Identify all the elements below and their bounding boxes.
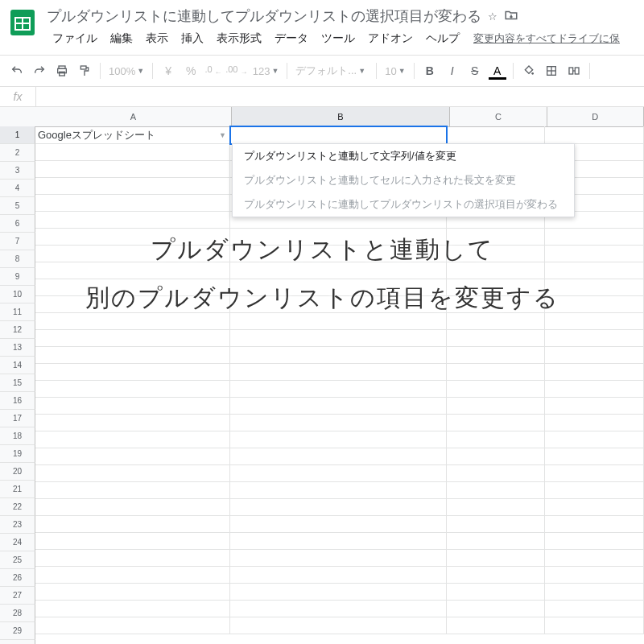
cell-B11[interactable] <box>230 295 447 313</box>
cell-C12[interactable] <box>447 312 546 330</box>
cell-A6[interactable] <box>35 211 230 229</box>
cell-A7[interactable] <box>35 228 230 246</box>
star-icon[interactable]: ☆ <box>488 10 497 23</box>
row-header-17[interactable]: 17 <box>0 410 35 427</box>
cell-A12[interactable] <box>35 312 230 330</box>
cell-C20[interactable] <box>447 448 546 465</box>
cell-B8[interactable] <box>230 245 447 262</box>
row-header-16[interactable]: 16 <box>0 392 35 410</box>
cell-A16[interactable] <box>35 380 230 398</box>
menu-insert[interactable]: 挿入 <box>175 29 209 48</box>
row-header-9[interactable]: 9 <box>0 268 35 286</box>
cell-A27[interactable] <box>35 566 230 584</box>
font-select[interactable]: デフォルト...▼ <box>292 60 371 81</box>
document-title[interactable]: プルダウンリストに連動してプルダウンリストの選択項目が変わる <box>47 6 481 26</box>
row-header-26[interactable]: 26 <box>0 569 35 587</box>
cell-A11[interactable] <box>35 295 230 313</box>
row-header-24[interactable]: 24 <box>0 534 35 551</box>
cell-D9[interactable] <box>545 262 644 279</box>
cell-A24[interactable] <box>35 515 230 533</box>
cell-D24[interactable] <box>545 515 644 533</box>
row-header-6[interactable]: 6 <box>0 215 35 233</box>
cell-B18[interactable] <box>230 414 447 431</box>
cell-C1[interactable] <box>447 126 546 144</box>
cell-D8[interactable] <box>545 245 644 262</box>
cell-A20[interactable] <box>35 448 230 465</box>
cell-A2[interactable] <box>35 143 230 161</box>
row-header-14[interactable]: 14 <box>0 357 35 374</box>
cell-A9[interactable] <box>35 262 230 279</box>
cell-D15[interactable] <box>545 363 644 381</box>
cell-D12[interactable] <box>545 312 644 330</box>
cell-D25[interactable] <box>545 532 644 550</box>
cell-D28[interactable] <box>545 583 644 601</box>
cell-B7[interactable] <box>230 228 447 246</box>
cell-D26[interactable] <box>545 549 644 567</box>
cell-C25[interactable] <box>447 532 546 550</box>
cell-D1[interactable] <box>545 126 644 144</box>
undo-button[interactable] <box>6 60 27 81</box>
cell-A8[interactable] <box>35 245 230 262</box>
strikethrough-button[interactable]: S <box>464 60 485 81</box>
cell-A22[interactable] <box>35 481 230 499</box>
cell-C11[interactable] <box>447 295 546 313</box>
cell-B25[interactable] <box>230 532 447 550</box>
row-header-25[interactable]: 25 <box>0 551 35 569</box>
save-status[interactable]: 変更内容をすべてドライブに保 <box>473 31 620 46</box>
cell-A21[interactable] <box>35 464 230 482</box>
cell-D30[interactable] <box>545 617 644 634</box>
cell-D17[interactable] <box>545 397 644 415</box>
column-header-B[interactable]: B <box>232 107 451 127</box>
row-header-29[interactable]: 29 <box>0 622 35 640</box>
cell-A19[interactable] <box>35 431 230 448</box>
cell-A13[interactable] <box>35 329 230 347</box>
merge-cells-button[interactable] <box>564 60 584 81</box>
cell-B23[interactable] <box>230 498 447 516</box>
cell-C17[interactable] <box>447 397 546 415</box>
cell-C23[interactable] <box>447 498 546 516</box>
cell-A1[interactable]: Googleスプレッドシート▼ <box>35 126 230 144</box>
cell-B15[interactable] <box>230 363 447 381</box>
cell-B30[interactable] <box>230 617 447 634</box>
row-header-23[interactable]: 23 <box>0 516 35 534</box>
cell-B14[interactable] <box>230 346 447 364</box>
cell-A15[interactable] <box>35 363 230 381</box>
row-header-19[interactable]: 19 <box>0 445 35 463</box>
bold-button[interactable]: B <box>419 60 440 81</box>
cell-B22[interactable] <box>230 481 447 499</box>
cell-A14[interactable] <box>35 346 230 364</box>
dropdown-option[interactable]: プルダウンリストに連動してプルダウンリストの選択項目が変わる <box>233 192 574 217</box>
cell-A25[interactable] <box>35 532 230 550</box>
cell-D29[interactable] <box>545 600 644 617</box>
cell-B28[interactable] <box>230 583 447 601</box>
cell-D13[interactable] <box>545 329 644 347</box>
cell-B17[interactable] <box>230 397 447 415</box>
cell-A3[interactable] <box>35 160 230 178</box>
cell-A10[interactable] <box>35 279 230 296</box>
cell-A28[interactable] <box>35 583 230 601</box>
cell-B12[interactable] <box>230 312 447 330</box>
row-header-5[interactable]: 5 <box>0 197 35 215</box>
cell-C21[interactable] <box>447 464 546 482</box>
row-header-13[interactable]: 13 <box>0 339 35 357</box>
cell-C28[interactable] <box>447 583 546 601</box>
print-button[interactable] <box>52 60 72 81</box>
cell-D19[interactable] <box>545 431 644 448</box>
row-header-1[interactable]: 1 <box>0 126 35 144</box>
row-header-20[interactable]: 20 <box>0 463 35 481</box>
cell-C8[interactable] <box>447 245 546 262</box>
sheets-logo-icon[interactable] <box>6 6 39 39</box>
column-header-C[interactable]: C <box>450 107 547 127</box>
cell-A5[interactable] <box>35 194 230 212</box>
cell-B16[interactable] <box>230 380 447 398</box>
cell-C30[interactable] <box>447 617 546 634</box>
cell-D27[interactable] <box>545 566 644 584</box>
format-currency-button[interactable]: ¥ <box>158 60 179 81</box>
dropdown-option[interactable]: プルダウンリストと連動して文字列/値を変更 <box>233 144 574 168</box>
cell-B1[interactable] <box>230 126 447 144</box>
cell-B20[interactable] <box>230 448 447 465</box>
cell-C16[interactable] <box>447 380 546 398</box>
cell-C13[interactable] <box>447 329 546 347</box>
redo-button[interactable] <box>29 60 50 81</box>
cell-D18[interactable] <box>545 414 644 431</box>
